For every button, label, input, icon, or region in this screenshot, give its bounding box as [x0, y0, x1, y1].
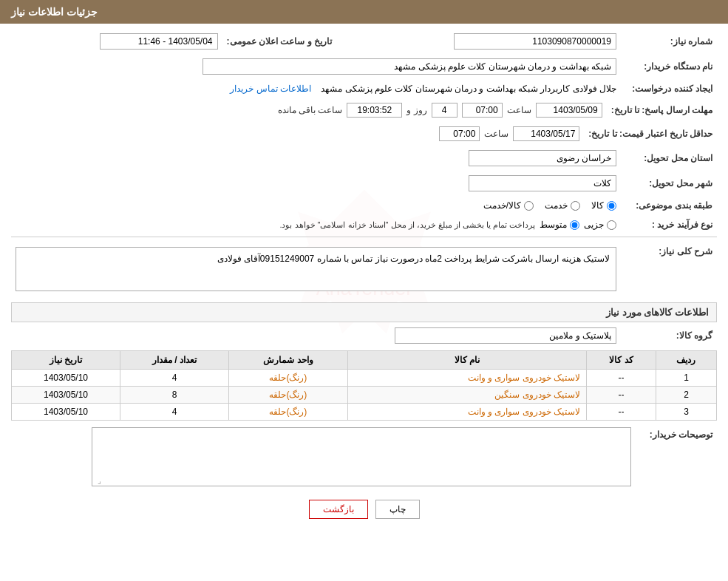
kala-group-label: گروه کالا: [621, 325, 717, 346]
info-table-row9: نوع فرآیند خرید : جزیی متوسط پرداخت تمام… [11, 217, 717, 232]
tosihaat-value: ⌟ [11, 425, 636, 489]
resize-handle[interactable]: ⌟ [94, 477, 101, 484]
radio-jozii-label: جزیی [584, 220, 604, 230]
sharh-label: شرح کلی نیاز: [621, 242, 717, 296]
col-radif: ردیف [656, 351, 716, 370]
buttons-row: چاپ بازگشت [11, 500, 717, 519]
cell-kod-kala: -- [586, 404, 656, 421]
mohlat-roz: 4 [432, 103, 457, 118]
cell-tarikh-niaz: 1403/05/10 [12, 404, 120, 421]
cell-tedad: 4 [120, 404, 229, 421]
nooe-farayand-row: جزیی متوسط پرداخت تمام یا بخشی از مبلغ خ… [16, 220, 616, 230]
info-table-row5: حداقل تاریخ اعتبار قیمت: تا تاریخ: 1403/… [11, 124, 717, 143]
mohlat-remaining: 19:03:52 [347, 103, 402, 118]
cell-kod-kala: -- [586, 387, 656, 404]
info-table-row2: نام دستگاه خریدار: شبکه بهداشت و درمان ش… [11, 56, 717, 77]
cell-vahed: (رنگ)حلقه [228, 404, 347, 421]
cell-tarikh-niaz: 1403/05/10 [12, 370, 120, 387]
page-header: جزئیات اطلاعات نیاز [0, 0, 728, 24]
col-tedad: تعداد / مقدار [120, 351, 229, 370]
cell-tedad: 8 [120, 387, 229, 404]
tarikh-input: 1403/05/04 - 11:46 [100, 33, 218, 50]
col-tarikh-niaz: تاریخ نیاز [12, 351, 120, 370]
kala-table: ردیف کد کالا نام کالا واحد شمارش تعداد /… [11, 350, 717, 421]
radio-kala-khadamat-input[interactable] [524, 201, 534, 211]
tabaqe-label: طبقه بندی موضوعی: [621, 198, 717, 213]
hedaqal-value: 1403/05/17 ساعت 07:00 [11, 124, 584, 143]
col-name-kala: نام کالا [347, 351, 586, 370]
radio-mota-wassat-input[interactable] [570, 220, 579, 230]
shomare-niaz-value: 1103090870000019 [336, 31, 621, 52]
tarikh-label: تاریخ و ساعت اعلان عمومی: [222, 31, 336, 52]
contact-link[interactable]: اطلاعات تماس خریدار [230, 84, 311, 94]
creator-text: جلال فولادی کاربردار شبکه بهداشت و درمان… [321, 84, 616, 94]
sharh-value: لاستیک هزینه ارسال باشرکت شرایط پرداخت 2… [11, 242, 621, 296]
info-table-kala-group: گروه کالا: پلاستیک و ملامین [11, 325, 717, 346]
radio-kala-khadamat[interactable]: کالا/خدمت [483, 200, 534, 211]
shahr-label: شهر محل تحویل: [621, 173, 717, 194]
name-dastgah-input: شبکه بهداشت و درمان شهرستان کلات علوم پز… [203, 58, 616, 75]
ostan-value: خراسان رضوی [44, 148, 621, 169]
info-table-row1: شماره نیاز: 1103090870000019 تاریخ و ساع… [11, 31, 717, 52]
ostan-input: خراسان رضوی [469, 150, 616, 166]
hedaqal-label: حداقل تاریخ اعتبار قیمت: تا تاریخ: [584, 124, 717, 143]
cell-vahed: (رنگ)حلقه [228, 370, 347, 387]
radio-kala[interactable]: کالا [591, 200, 616, 211]
hedaqal-saat-label: ساعت [484, 129, 508, 139]
name-dastgah-label: نام دستگاه خریدار: [621, 56, 717, 77]
mohlat-remaining-label: ساعت باقی مانده [278, 105, 343, 115]
cell-radif: 1 [656, 370, 716, 387]
cell-radif: 2 [656, 387, 716, 404]
back-button[interactable]: بازگشت [309, 500, 368, 519]
nooe-farayand-note: پرداخت تمام یا بخشی از مبلغ خرید، از محل… [279, 220, 535, 230]
radio-khadamat-label: خدمت [545, 200, 568, 211]
name-dastgah-value: شبکه بهداشت و درمان شهرستان کلات علوم پز… [11, 56, 621, 77]
info-table-row7: شهر محل تحویل: کلات [11, 173, 717, 194]
print-button[interactable]: چاپ [375, 500, 420, 519]
creator-label: ایجاد کننده درخواست: [621, 81, 717, 96]
shomare-niaz-label: شماره نیاز: [621, 31, 717, 52]
tosihaat-label: توصیحات خریدار: [636, 425, 717, 489]
cell-name-kala: لاستیک خودروی سواری و وانت [347, 370, 586, 387]
mohlat-value: 1403/05/09 ساعت 07:00 4 روز و 19:03:52 س… [11, 101, 607, 120]
table-row: 3 -- لاستیک خودروی سواری و وانت (رنگ)حلق… [12, 404, 717, 421]
cell-tarikh-niaz: 1403/05/10 [12, 387, 120, 404]
radio-jozii-input[interactable] [607, 220, 616, 230]
nooe-farayand-value: جزیی متوسط پرداخت تمام یا بخشی از مبلغ خ… [11, 217, 621, 232]
kala-group-value: پلاستیک و ملامین [11, 325, 621, 346]
kala-section-title: اطلاعات کالاهای مورد نیاز [11, 302, 717, 322]
radio-kala-khadamat-label: کالا/خدمت [483, 200, 521, 211]
sharh-text: لاستیک هزینه ارسال باشرکت شرایط پرداخت 2… [217, 254, 610, 264]
radio-khadamat[interactable]: خدمت [545, 200, 580, 211]
mohlat-row: 1403/05/09 ساعت 07:00 4 روز و 19:03:52 س… [16, 103, 602, 118]
hedaqal-date: 1403/05/17 [513, 126, 579, 141]
mohlat-date: 1403/05/09 [536, 103, 602, 118]
radio-mota-wassat[interactable]: متوسط [540, 220, 579, 230]
mohlat-saat-label: ساعت [507, 105, 531, 115]
cell-radif: 3 [656, 404, 716, 421]
col-vahed: واحد شمارش [228, 351, 347, 370]
radio-khadamat-input[interactable] [571, 201, 580, 211]
shahr-value: کلات [44, 173, 621, 194]
cell-vahed: (رنگ)حلقه [228, 387, 347, 404]
sharh-box: لاستیک هزینه ارسال باشرکت شرایط پرداخت 2… [16, 247, 616, 291]
info-table-row6: استان محل تحویل: خراسان رضوی [11, 148, 717, 169]
shahr-input: کلات [469, 175, 616, 191]
kala-group-input: پلاستیک و ملامین [395, 327, 616, 344]
page-title: جزئیات اطلاعات نیاز [11, 6, 98, 18]
tabaqe-radios: کالا خدمت کالا/خدمت [11, 198, 621, 213]
radio-jozii[interactable]: جزیی [584, 220, 616, 230]
table-row: 1 -- لاستیک خودروی سواری و وانت (رنگ)حلق… [12, 370, 717, 387]
creator-value: جلال فولادی کاربردار شبکه بهداشت و درمان… [11, 81, 621, 96]
radio-kala-label: کالا [591, 200, 604, 211]
cell-tedad: 4 [120, 370, 229, 387]
hedaqal-row: 1403/05/17 ساعت 07:00 [16, 126, 579, 141]
nooe-farayand-label: نوع فرآیند خرید : [621, 217, 717, 232]
tabaqe-radio-group: کالا خدمت کالا/خدمت [16, 200, 616, 211]
cell-name-kala: لاستیک خودروی سواری و وانت [347, 404, 586, 421]
info-table-tosihaat: توصیحات خریدار: ⌟ [11, 425, 717, 489]
main-content: شماره نیاز: 1103090870000019 تاریخ و ساع… [0, 24, 728, 537]
info-table-row3: ایجاد کننده درخواست: جلال فولادی کاربردا… [11, 81, 717, 96]
tarikh-value: 1403/05/04 - 11:46 [11, 31, 222, 52]
radio-kala-input[interactable] [607, 201, 616, 211]
